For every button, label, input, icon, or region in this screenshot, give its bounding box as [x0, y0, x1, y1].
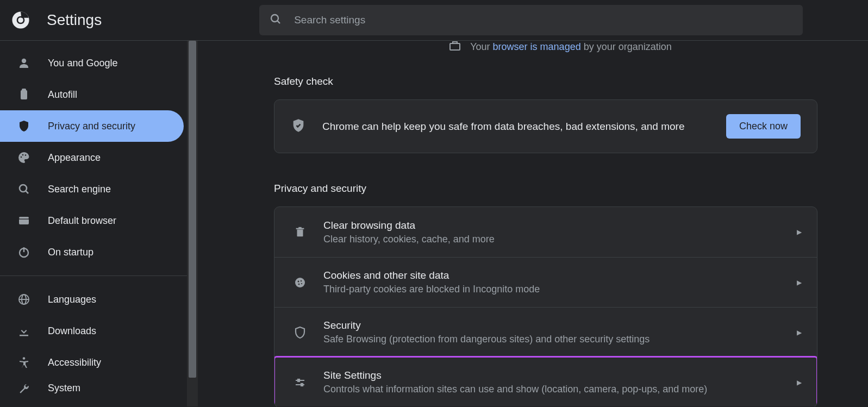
- sidebar-item-privacy-security[interactable]: Privacy and security: [0, 110, 184, 142]
- search-icon: [17, 183, 30, 196]
- svg-point-32: [301, 280, 302, 281]
- shield-check-icon: [291, 118, 306, 135]
- sidebar-item-on-startup[interactable]: On startup: [0, 236, 184, 268]
- chevron-right-icon: ▶: [797, 379, 802, 386]
- row-clear-browsing-data[interactable]: Clear browsing data Clear history, cooki…: [274, 207, 817, 257]
- sidebar-item-label: Privacy and security: [48, 121, 135, 132]
- sidebar-item-label: Languages: [48, 294, 96, 305]
- svg-point-10: [22, 154, 24, 156]
- safety-check-heading: Safety check: [274, 76, 846, 87]
- palette-icon: [17, 151, 30, 164]
- sidebar-item-accessibility[interactable]: Accessibility: [0, 347, 184, 378]
- managed-notice: Your browser is managed by your organiza…: [274, 41, 846, 54]
- svg-point-5: [22, 59, 26, 63]
- sidebar-item-label: On startup: [48, 247, 93, 258]
- svg-rect-29: [298, 227, 302, 228]
- trash-icon: [293, 225, 307, 239]
- svg-point-31: [298, 280, 299, 282]
- sidebar-item-label: Autofill: [48, 89, 77, 101]
- sidebar-item-label: You and Google: [48, 58, 117, 69]
- search-field[interactable]: [259, 5, 803, 35]
- cookie-icon: [293, 276, 307, 289]
- svg-point-33: [298, 283, 300, 285]
- row-title: Clear browsing data: [323, 220, 797, 231]
- check-now-button[interactable]: Check now: [726, 114, 801, 139]
- accessibility-icon: [17, 356, 30, 369]
- managed-suffix: by your organization: [581, 41, 672, 52]
- managed-link[interactable]: browser is managed: [493, 41, 581, 52]
- app-header: Settings: [0, 0, 868, 41]
- svg-line-13: [26, 191, 28, 193]
- page-title: Settings: [47, 11, 102, 29]
- sidebar-item-autofill[interactable]: Autofill: [0, 79, 184, 110]
- svg-point-12: [20, 185, 27, 192]
- svg-rect-16: [19, 217, 29, 219]
- row-site-settings[interactable]: Site Settings Controls what information …: [274, 357, 817, 406]
- svg-rect-25: [450, 43, 460, 50]
- svg-point-11: [25, 154, 27, 156]
- sidebar-item-label: Appearance: [48, 152, 101, 164]
- sliders-icon: [293, 376, 307, 389]
- row-subtitle: Safe Browsing (protection from dangerous…: [323, 334, 797, 345]
- sidebar-item-label: System: [48, 383, 80, 394]
- clipboard-icon: [17, 88, 30, 101]
- svg-point-9: [21, 156, 22, 158]
- row-title: Cookies and other site data: [323, 270, 797, 281]
- chevron-right-icon: ▶: [797, 228, 802, 236]
- briefcase-icon: [448, 41, 461, 54]
- sidebar-divider: [0, 275, 187, 276]
- svg-rect-23: [20, 335, 28, 336]
- shield-outline-icon: [293, 325, 307, 340]
- svg-rect-37: [298, 379, 299, 381]
- safety-check-text: Chrome can help keep you safe from data …: [322, 121, 726, 133]
- chrome-logo-icon: [11, 10, 30, 30]
- sidebar-item-you-and-google[interactable]: You and Google: [0, 47, 184, 79]
- globe-icon: [17, 293, 30, 306]
- privacy-security-card: Clear browsing data Clear history, cooki…: [274, 206, 817, 406]
- svg-rect-8: [22, 89, 26, 91]
- row-subtitle: Clear history, cookies, cache, and more: [323, 234, 797, 245]
- sidebar-item-downloads[interactable]: Downloads: [0, 315, 184, 347]
- main-content: Your browser is managed by your organiza…: [198, 41, 868, 406]
- sidebar-item-label: Downloads: [48, 325, 96, 337]
- svg-rect-17: [19, 219, 29, 220]
- sidebar-item-label: Accessibility: [48, 357, 101, 368]
- row-subtitle: Controls what information sites can use …: [323, 384, 797, 395]
- sidebar-scrollbar[interactable]: [187, 41, 198, 406]
- sidebar-item-label: Default browser: [48, 215, 116, 227]
- sidebar: You and Google Autofill Privacy and secu…: [0, 41, 187, 406]
- sidebar-item-default-browser[interactable]: Default browser: [0, 205, 184, 236]
- svg-line-4: [277, 21, 280, 23]
- svg-point-30: [295, 278, 305, 287]
- svg-point-2: [18, 17, 23, 23]
- row-subtitle: Third-party cookies are blocked in Incog…: [323, 284, 797, 295]
- row-title: Security: [323, 320, 797, 331]
- browser-icon: [17, 214, 30, 227]
- shield-icon: [17, 120, 30, 133]
- svg-rect-26: [453, 42, 457, 43]
- svg-rect-27: [297, 229, 303, 236]
- managed-prefix: Your: [470, 41, 492, 52]
- chevron-right-icon: ▶: [797, 279, 802, 286]
- wrench-icon: [17, 383, 30, 396]
- sidebar-scrollbar-thumb[interactable]: [189, 41, 196, 378]
- chevron-right-icon: ▶: [797, 329, 802, 336]
- privacy-security-heading: Privacy and security: [274, 183, 846, 195]
- search-input[interactable]: [294, 14, 793, 26]
- sidebar-item-languages[interactable]: Languages: [0, 284, 184, 315]
- download-icon: [17, 324, 30, 337]
- sidebar-item-label: Search engine: [48, 184, 111, 195]
- svg-point-3: [271, 15, 278, 22]
- row-security[interactable]: Security Safe Browsing (protection from …: [274, 307, 817, 357]
- svg-rect-38: [301, 384, 303, 386]
- sidebar-item-search-engine[interactable]: Search engine: [0, 173, 184, 205]
- sidebar-item-system[interactable]: System: [0, 378, 184, 397]
- row-title: Site Settings: [323, 370, 797, 381]
- search-icon: [269, 12, 282, 28]
- row-cookies[interactable]: Cookies and other site data Third-party …: [274, 257, 817, 307]
- svg-point-34: [301, 283, 302, 284]
- safety-check-card: Chrome can help keep you safe from data …: [274, 99, 817, 153]
- person-icon: [17, 57, 30, 70]
- svg-point-24: [23, 357, 26, 360]
- sidebar-item-appearance[interactable]: Appearance: [0, 142, 184, 173]
